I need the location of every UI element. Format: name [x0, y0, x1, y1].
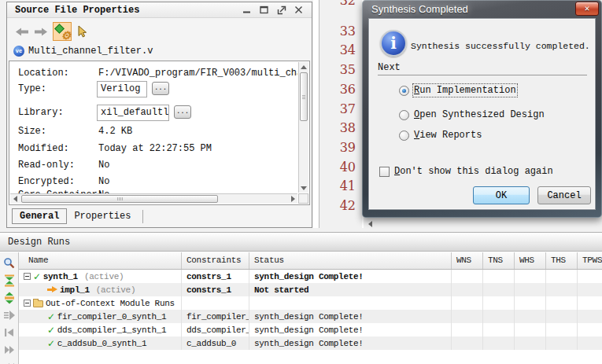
tab-general[interactable]: General [12, 208, 67, 224]
horizontal-scrollbar[interactable] [10, 193, 297, 204]
scroll-down-button[interactable] [299, 183, 308, 193]
dialog-body: i Synthesis successfully completed. Next… [368, 18, 596, 210]
radio-button[interactable] [399, 131, 409, 141]
source-file-properties-panel: Source File Properties ⚙ ve Multi_channe… [6, 2, 312, 228]
check-icon: ✓ [47, 326, 55, 334]
table-row[interactable]: Out-of-Context Module Runs [19, 296, 602, 310]
tab-properties[interactable]: Properties [67, 209, 138, 223]
metric-cell [546, 270, 578, 283]
column-header[interactable]: Status [249, 252, 452, 269]
metric-cell [546, 310, 578, 323]
metric-cell [578, 336, 602, 350]
status-cell: synth_design Complete! [249, 323, 452, 336]
table-row[interactable]: ✓fir_compiler_0_synth_1fir_compiler_0syn… [19, 310, 602, 323]
dont-show-again-checkbox[interactable] [379, 167, 390, 177]
collapse-all-icon[interactable] [3, 274, 16, 287]
float-icon[interactable] [276, 5, 286, 15]
properties-box: Location:F:/VIVADO_program/FIR_V003/mult… [9, 61, 310, 205]
vertical-scrollbar[interactable] [298, 62, 308, 193]
ok-button[interactable]: OK [473, 186, 530, 204]
browse-button[interactable]: ... [174, 105, 191, 119]
run-icon[interactable] [3, 309, 16, 322]
line-number: 37 [319, 100, 356, 119]
editor-scroll-left-arrow[interactable] [368, 221, 372, 227]
browse-button[interactable]: ... [152, 82, 169, 95]
line-number: 35 [319, 61, 356, 80]
property-label: Type: [18, 83, 46, 94]
metric-cell [483, 323, 515, 336]
radio-button[interactable] [399, 86, 409, 96]
radio-option[interactable]: Open Synthesized Design [399, 109, 545, 120]
line-number: 32 [319, 0, 356, 11]
back-icon[interactable] [15, 27, 29, 37]
metric-cell [452, 296, 483, 310]
close-icon[interactable] [294, 5, 304, 15]
column-header[interactable]: TPWS [578, 252, 602, 269]
metric-cell [452, 283, 483, 296]
table-row[interactable]: impl_1(active)constrs_1Not started [19, 283, 602, 296]
dont-show-again-row[interactable]: Don't show this dialog again [379, 166, 553, 177]
constraints-cell: c_addsub_0 [182, 336, 249, 350]
close-icon[interactable]: ✕ [575, 2, 599, 16]
maximize-icon[interactable] [259, 5, 269, 15]
forward-icon[interactable] [34, 27, 48, 37]
property-value: F:/VIVADO_program/FIR_V003/multi_channel… [98, 68, 297, 79]
run-name: c_addsub_0_synth_1 [57, 339, 146, 348]
property-input[interactable]: xil_defaultlib [97, 105, 169, 121]
property-input[interactable]: Verilog [97, 81, 147, 97]
metric-cell [515, 270, 546, 283]
file-properties-icon[interactable]: ⚙ [53, 22, 72, 41]
metric-cell [578, 323, 602, 336]
property-value: 4.2 KB [98, 126, 132, 137]
column-header[interactable]: THS [546, 252, 578, 269]
metric-cell [578, 283, 602, 296]
line-number: 41 [319, 177, 356, 197]
column-header[interactable]: TNS [483, 252, 515, 269]
folder-icon [33, 300, 43, 307]
column-header[interactable]: WNS [452, 252, 483, 269]
info-icon: i [380, 30, 407, 57]
tree-expand-icon[interactable] [24, 300, 31, 307]
radio-label: View Reports [414, 130, 482, 141]
column-header[interactable]: Constraints [182, 252, 249, 269]
table-rows: ✓synth_1(active)constrs_1synth_design Co… [19, 270, 602, 350]
radio-label: Run Implementation [414, 85, 516, 96]
run-name: synth_1 [43, 272, 78, 281]
metric-cell [578, 296, 602, 310]
table-row[interactable]: ✓dds_compiler_1_synth_1dds_compiler_1syn… [19, 323, 602, 336]
tree-expand-icon[interactable] [24, 273, 31, 280]
scroll-right-button[interactable] [288, 194, 297, 204]
table-row[interactable]: ✓synth_1(active)constrs_1synth_design Co… [19, 270, 602, 283]
file-name: Multi_channel_filter.v [28, 46, 153, 57]
check-icon: ✓ [47, 313, 55, 321]
line-number: 34 [319, 41, 356, 61]
hscroll-thumb[interactable] [21, 195, 218, 203]
step-back-icon[interactable] [3, 326, 16, 339]
radio-option[interactable]: Run Implementation [399, 85, 516, 96]
scroll-up-button[interactable] [299, 62, 308, 72]
property-value: Today at 22:27:55 PM [98, 143, 212, 154]
run-arrow-icon [47, 286, 57, 293]
line-number: 36 [319, 80, 356, 100]
file-row: ve Multi_channel_filter.v [13, 46, 153, 57]
minimize-icon[interactable] [242, 5, 252, 15]
vscroll-thumb[interactable] [300, 72, 308, 121]
column-header[interactable]: Name [19, 252, 182, 269]
select-cursor-icon[interactable] [76, 25, 87, 38]
panel-title: Source File Properties [15, 5, 139, 16]
scroll-left-button[interactable] [10, 194, 20, 204]
run-name: Out-of-Context Module Runs [46, 299, 175, 308]
table-row[interactable]: ✓c_addsub_0_synth_1c_addsub_0synth_desig… [19, 336, 602, 350]
cancel-button[interactable]: Cancel [537, 186, 591, 204]
check-icon: ✓ [33, 273, 41, 281]
run-name-cell: Out-of-Context Module Runs [19, 296, 182, 310]
fast-forward-icon[interactable] [3, 344, 16, 356]
radio-button[interactable] [399, 110, 409, 120]
expand-all-icon[interactable] [3, 292, 16, 304]
constraints-cell: fir_compiler_0 [182, 310, 249, 323]
rewind-icon[interactable] [3, 361, 16, 364]
design-runs-panel: Design Runs NameConstraintsStatusWNSTNSW… [0, 232, 602, 364]
search-icon[interactable] [3, 257, 16, 270]
column-header[interactable]: WHS [515, 252, 546, 269]
radio-option[interactable]: View Reports [399, 130, 482, 141]
